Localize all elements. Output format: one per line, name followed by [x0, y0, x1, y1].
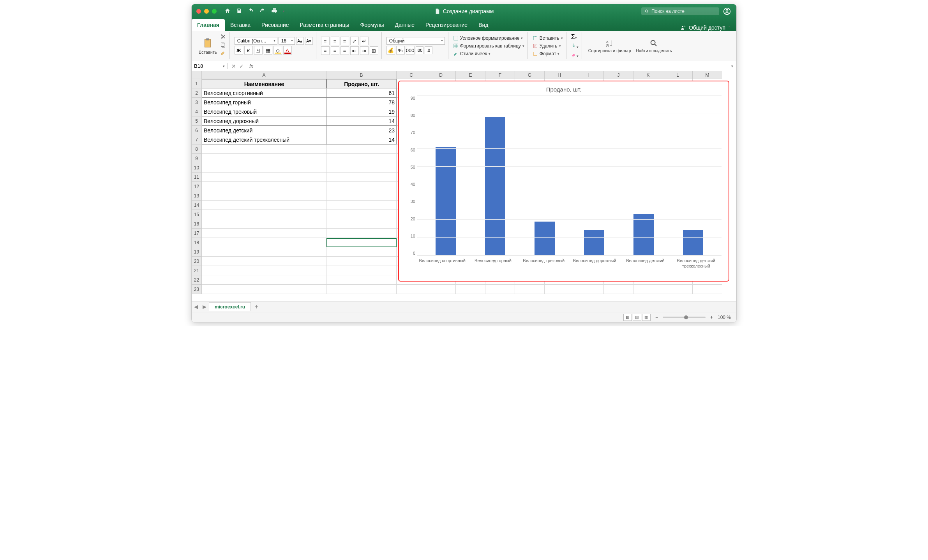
redo-icon[interactable]: [259, 8, 266, 15]
autosum-button[interactable]: Σ▾: [571, 33, 579, 41]
column-header[interactable]: L: [663, 71, 693, 79]
worksheet-area[interactable]: 1234567891011121314151617181920212223 AB…: [192, 71, 736, 301]
cell[interactable]: [326, 257, 397, 266]
qat-customize-icon[interactable]: ▾: [283, 9, 285, 13]
chart-bar[interactable]: [436, 147, 456, 255]
cell[interactable]: [326, 201, 397, 210]
cell[interactable]: [202, 210, 326, 219]
cut-icon[interactable]: [220, 33, 226, 41]
decrease-font-button[interactable]: A▾: [305, 37, 313, 45]
cell[interactable]: [663, 285, 693, 294]
cell[interactable]: [326, 219, 397, 229]
next-sheet-button[interactable]: ▶: [200, 304, 209, 310]
row-header[interactable]: 16: [192, 219, 202, 229]
chart-bar[interactable]: [485, 117, 505, 255]
row-header[interactable]: 3: [192, 98, 202, 107]
cell[interactable]: [202, 154, 326, 163]
cell[interactable]: [326, 173, 397, 182]
row-header[interactable]: 19: [192, 247, 202, 257]
cell[interactable]: [326, 266, 397, 275]
increase-indent-button[interactable]: ⇥: [360, 46, 369, 55]
cell[interactable]: 78: [326, 98, 397, 107]
align-bottom-button[interactable]: ≡: [341, 37, 349, 45]
column-header[interactable]: F: [485, 71, 515, 79]
currency-button[interactable]: 💰: [386, 46, 395, 55]
chart-bar[interactable]: [584, 230, 604, 255]
row-header[interactable]: 22: [192, 275, 202, 285]
row-header[interactable]: 6: [192, 126, 202, 135]
cell[interactable]: [202, 182, 326, 191]
font-color-button[interactable]: A: [283, 46, 292, 55]
delete-cells-button[interactable]: Удалить▾: [533, 43, 563, 49]
prev-sheet-button[interactable]: ◀: [192, 304, 200, 310]
column-header[interactable]: K: [633, 71, 663, 79]
chart-bar[interactable]: [535, 222, 555, 255]
select-all-corner[interactable]: [192, 71, 202, 79]
cell[interactable]: [326, 182, 397, 191]
search-input[interactable]: [651, 9, 714, 14]
cell[interactable]: [202, 266, 326, 275]
confirm-formula-button[interactable]: ✓: [239, 63, 244, 69]
column-header[interactable]: C: [397, 71, 426, 79]
tab-формулы[interactable]: Формулы: [355, 19, 390, 31]
align-left-button[interactable]: ≡: [321, 46, 330, 55]
borders-button[interactable]: ▦: [264, 46, 272, 55]
chart-object[interactable]: Продано, шт. 9080706050403020100 Велосип…: [398, 81, 729, 282]
find-select-button[interactable]: Найти и выделить: [634, 38, 674, 54]
page-break-view-button[interactable]: ▥: [642, 314, 651, 321]
font-name-select[interactable]: Calibri (Осн…: [235, 37, 277, 45]
cell[interactable]: Велосипед детский трехколесный: [202, 135, 326, 144]
column-header[interactable]: D: [426, 71, 456, 79]
sheet-tab[interactable]: microexcel.ru: [209, 302, 251, 311]
cell[interactable]: [326, 210, 397, 219]
paste-button[interactable]: Вставить: [197, 37, 219, 55]
cell[interactable]: Велосипед спортивный: [202, 88, 326, 98]
row-header[interactable]: 15: [192, 210, 202, 219]
cell-styles-button[interactable]: Стили ячеек▾: [453, 51, 524, 56]
add-sheet-button[interactable]: +: [251, 303, 262, 310]
comma-button[interactable]: 000: [406, 46, 415, 55]
user-icon[interactable]: [723, 7, 731, 15]
increase-font-button[interactable]: A▴: [296, 37, 304, 45]
column-header[interactable]: G: [515, 71, 545, 79]
column-header[interactable]: H: [545, 71, 574, 79]
italic-button[interactable]: К: [244, 46, 253, 55]
cell[interactable]: [202, 191, 326, 201]
formula-input[interactable]: [255, 63, 728, 69]
cell[interactable]: 23: [326, 126, 397, 135]
cell[interactable]: [426, 285, 456, 294]
chart-bar[interactable]: [683, 230, 703, 255]
number-format-select[interactable]: Общий: [386, 37, 445, 45]
cell[interactable]: 61: [326, 88, 397, 98]
row-header[interactable]: 4: [192, 107, 202, 116]
align-center-button[interactable]: ≡: [331, 46, 339, 55]
format-painter-icon[interactable]: [220, 51, 226, 58]
cell[interactable]: Продано, шт.: [326, 79, 397, 88]
fill-color-button[interactable]: ◇: [273, 46, 282, 55]
cell[interactable]: [326, 247, 397, 257]
maximize-window-button[interactable]: [212, 9, 217, 14]
cell[interactable]: Велосипед трековый: [202, 107, 326, 116]
align-middle-button[interactable]: ≡: [331, 37, 339, 45]
cell[interactable]: [202, 163, 326, 173]
decrease-indent-button[interactable]: ⇤: [350, 46, 359, 55]
zoom-in-button[interactable]: +: [710, 315, 713, 320]
cell[interactable]: [326, 229, 397, 238]
cell[interactable]: [326, 154, 397, 163]
insert-cells-button[interactable]: Вставить▾: [533, 35, 563, 41]
tab-рисование[interactable]: Рисование: [256, 19, 295, 31]
orientation-button[interactable]: ⤢: [350, 37, 359, 45]
minimize-window-button[interactable]: [204, 9, 209, 14]
column-header[interactable]: M: [693, 71, 722, 79]
undo-icon[interactable]: [248, 8, 254, 15]
sort-filter-button[interactable]: AЯ Сортировка и фильтр: [587, 38, 633, 54]
cell[interactable]: [456, 285, 485, 294]
cell[interactable]: [202, 201, 326, 210]
row-header[interactable]: 23: [192, 285, 202, 294]
row-header[interactable]: 20: [192, 257, 202, 266]
increase-decimal-button[interactable]: .00: [416, 46, 423, 54]
print-icon[interactable]: [271, 8, 277, 15]
cell[interactable]: [397, 285, 426, 294]
underline-button[interactable]: Ч: [254, 46, 263, 55]
row-header[interactable]: 8: [192, 144, 202, 154]
